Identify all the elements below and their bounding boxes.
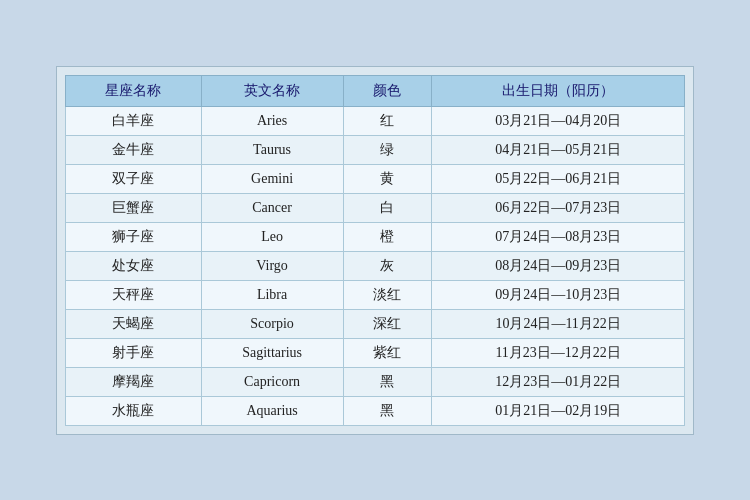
cell-r2-c3: 05月22日—06月21日 [432,164,685,193]
cell-r7-c1: Scorpio [201,309,343,338]
col-header-chinese-name: 星座名称 [66,75,202,106]
cell-r2-c1: Gemini [201,164,343,193]
cell-r9-c2: 黑 [343,367,432,396]
cell-r2-c0: 双子座 [66,164,202,193]
col-header-color: 颜色 [343,75,432,106]
cell-r2-c2: 黄 [343,164,432,193]
table-row: 水瓶座Aquarius黑01月21日—02月19日 [66,396,685,425]
cell-r8-c3: 11月23日—12月22日 [432,338,685,367]
cell-r5-c0: 处女座 [66,251,202,280]
cell-r5-c3: 08月24日—09月23日 [432,251,685,280]
cell-r9-c1: Capricorn [201,367,343,396]
cell-r10-c2: 黑 [343,396,432,425]
cell-r6-c2: 淡红 [343,280,432,309]
zodiac-table-container: 星座名称 英文名称 颜色 出生日期（阳历） 白羊座Aries红03月21日—04… [56,66,694,435]
cell-r5-c1: Virgo [201,251,343,280]
cell-r3-c3: 06月22日—07月23日 [432,193,685,222]
cell-r0-c1: Aries [201,106,343,135]
col-header-birthdate: 出生日期（阳历） [432,75,685,106]
cell-r8-c2: 紫红 [343,338,432,367]
cell-r0-c0: 白羊座 [66,106,202,135]
cell-r8-c1: Sagittarius [201,338,343,367]
cell-r10-c1: Aquarius [201,396,343,425]
cell-r0-c2: 红 [343,106,432,135]
cell-r7-c3: 10月24日—11月22日 [432,309,685,338]
table-row: 狮子座Leo橙07月24日—08月23日 [66,222,685,251]
table-row: 白羊座Aries红03月21日—04月20日 [66,106,685,135]
cell-r7-c0: 天蝎座 [66,309,202,338]
cell-r4-c1: Leo [201,222,343,251]
cell-r7-c2: 深红 [343,309,432,338]
cell-r10-c0: 水瓶座 [66,396,202,425]
table-row: 双子座Gemini黄05月22日—06月21日 [66,164,685,193]
cell-r9-c0: 摩羯座 [66,367,202,396]
zodiac-table: 星座名称 英文名称 颜色 出生日期（阳历） 白羊座Aries红03月21日—04… [65,75,685,426]
table-row: 金牛座Taurus绿04月21日—05月21日 [66,135,685,164]
cell-r6-c0: 天秤座 [66,280,202,309]
cell-r1-c2: 绿 [343,135,432,164]
table-row: 巨蟹座Cancer白06月22日—07月23日 [66,193,685,222]
cell-r9-c3: 12月23日—01月22日 [432,367,685,396]
cell-r4-c3: 07月24日—08月23日 [432,222,685,251]
cell-r5-c2: 灰 [343,251,432,280]
table-row: 天蝎座Scorpio深红10月24日—11月22日 [66,309,685,338]
cell-r6-c1: Libra [201,280,343,309]
cell-r10-c3: 01月21日—02月19日 [432,396,685,425]
cell-r6-c3: 09月24日—10月23日 [432,280,685,309]
cell-r0-c3: 03月21日—04月20日 [432,106,685,135]
table-row: 处女座Virgo灰08月24日—09月23日 [66,251,685,280]
table-row: 天秤座Libra淡红09月24日—10月23日 [66,280,685,309]
table-row: 摩羯座Capricorn黑12月23日—01月22日 [66,367,685,396]
cell-r3-c2: 白 [343,193,432,222]
table-header-row: 星座名称 英文名称 颜色 出生日期（阳历） [66,75,685,106]
cell-r1-c3: 04月21日—05月21日 [432,135,685,164]
cell-r4-c0: 狮子座 [66,222,202,251]
cell-r8-c0: 射手座 [66,338,202,367]
col-header-english-name: 英文名称 [201,75,343,106]
cell-r3-c1: Cancer [201,193,343,222]
cell-r1-c1: Taurus [201,135,343,164]
cell-r3-c0: 巨蟹座 [66,193,202,222]
cell-r4-c2: 橙 [343,222,432,251]
table-row: 射手座Sagittarius紫红11月23日—12月22日 [66,338,685,367]
cell-r1-c0: 金牛座 [66,135,202,164]
